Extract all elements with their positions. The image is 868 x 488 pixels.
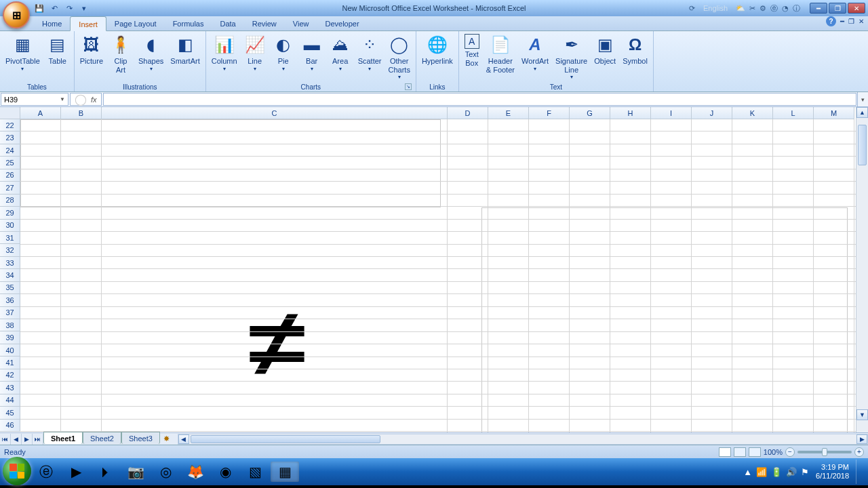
zoom-out-button[interactable]: − [785,447,795,457]
column-header[interactable]: J [692,107,732,119]
tab-review[interactable]: Review [244,16,285,30]
pivottable-button[interactable]: ▦PivotTable▾ [3,33,43,73]
header-footer-button[interactable]: 📄Header & Footer [484,33,517,75]
row-header[interactable]: 44 [0,394,20,407]
qat-customize-icon[interactable]: ▾ [79,3,90,14]
table-button[interactable]: ▤Table [44,33,71,67]
sheet-tab-2[interactable]: Sheet2 [83,432,121,444]
titlebar-icon[interactable]: ⛅ [736,4,745,13]
column-header[interactable]: C [102,107,448,119]
select-all-corner[interactable] [0,107,20,119]
column-headers[interactable]: ABCDEFGHIJKLM [20,107,856,119]
row-header[interactable]: 23 [0,131,20,144]
first-sheet-button[interactable]: ⏮ [0,434,11,445]
help-icon[interactable]: ? [826,16,836,26]
titlebar-icon[interactable]: ⓔ [770,3,778,14]
zoom-slider-thumb[interactable] [822,448,827,456]
taskbar-app-icon[interactable]: ▧ [241,462,269,482]
column-header[interactable]: E [488,107,529,119]
language-indicator[interactable]: English [703,4,728,12]
titlebar-icon[interactable]: ✂ [749,4,755,13]
row-header[interactable]: 36 [0,294,20,306]
taskbar-media-icon[interactable]: ▶ [62,462,90,482]
cancel-icon[interactable]: ◯ [75,93,87,106]
column-chart-button[interactable]: 📊Column▾ [209,33,240,73]
row-header[interactable]: 28 [0,195,20,207]
row-header[interactable]: 25 [0,157,20,169]
next-sheet-button[interactable]: ▶ [22,434,33,445]
undo-icon[interactable]: ↶ [49,3,60,14]
prev-sheet-button[interactable]: ◀ [11,434,22,445]
row-header[interactable]: 22 [0,119,20,131]
show-desktop-button[interactable] [856,460,864,484]
shapes-button[interactable]: ◖Shapes▾ [136,33,166,73]
titlebar-icon[interactable]: ⚙ [760,4,766,13]
last-sheet-button[interactable]: ⏭ [33,434,43,445]
expand-formula-bar-icon[interactable]: ▾ [857,92,868,106]
close-button[interactable]: ✕ [848,3,865,14]
row-header[interactable]: 40 [0,344,20,357]
row-header[interactable]: 31 [0,232,20,244]
row-header[interactable]: 39 [0,331,20,344]
picture-button[interactable]: 🖼Picture [77,33,106,67]
new-sheet-button[interactable]: ✸ [160,434,174,443]
row-header[interactable]: 24 [0,144,20,157]
zoom-in-button[interactable]: + [854,447,864,457]
clipart-button[interactable]: 🧍Clip Art [107,33,134,75]
scroll-down-icon[interactable]: ▼ [856,409,868,420]
page-break-view-button[interactable] [749,447,761,457]
row-header[interactable]: 42 [0,369,20,382]
tab-page-layout[interactable]: Page Layout [106,16,165,30]
column-header[interactable]: G [570,107,610,119]
column-header[interactable]: H [610,107,651,119]
row-header[interactable]: 29 [0,207,20,219]
column-header[interactable]: B [61,107,102,119]
namebox-dropdown-icon[interactable]: ▼ [60,96,65,102]
tab-home[interactable]: Home [34,16,70,30]
row-header[interactable]: 38 [0,319,20,331]
tab-view[interactable]: View [285,16,317,30]
row-header[interactable]: 27 [0,182,20,194]
row-header[interactable]: 45 [0,407,20,419]
column-header[interactable]: I [651,107,692,119]
redo-icon[interactable]: ↷ [64,3,75,14]
bar-chart-button[interactable]: ▬Bar▾ [298,33,326,73]
column-header[interactable]: M [814,107,854,119]
column-header[interactable]: K [732,107,773,119]
row-header[interactable]: 26 [0,169,20,182]
row-header[interactable]: 35 [0,282,20,294]
row-headers[interactable]: 2223242526272829303132333435363738394041… [0,119,20,432]
tab-insert[interactable]: Insert [70,16,106,31]
mdi-restore-icon[interactable]: ❐ [848,18,854,25]
sheet-tab-3[interactable]: Sheet3 [121,432,160,444]
sheet-tab-1[interactable]: Sheet1 [43,432,83,444]
start-button[interactable] [3,457,31,485]
symbol-button[interactable]: ΩSymbol [620,33,650,67]
column-header[interactable]: L [773,107,814,119]
area-chart-button[interactable]: ⛰Area▾ [327,33,354,73]
taskbar-excel-icon[interactable]: ▦ [271,462,299,482]
mdi-minimize-icon[interactable]: ━ [840,18,844,25]
taskbar-app-icon[interactable]: 📷 [121,462,150,482]
row-header[interactable]: 41 [0,357,20,369]
wordart-button[interactable]: AWordArt▾ [519,33,551,73]
name-box[interactable]: H39▼ [1,93,68,106]
zoom-slider[interactable] [797,451,852,453]
tray-action-center-icon[interactable]: ⚑ [801,467,809,477]
tray-show-hidden-icon[interactable]: ▲ [743,467,752,477]
taskbar-player-icon[interactable]: ⏵ [92,462,120,482]
taskbar-firefox-icon[interactable]: 🦊 [181,462,210,482]
scroll-left-icon[interactable]: ◀ [178,434,189,444]
vertical-scrollbar[interactable]: ▲ ▼ [856,107,868,432]
tab-formulas[interactable]: Formulas [165,16,212,30]
hscroll-thumb[interactable] [191,435,380,443]
fx-icon[interactable]: fx [91,96,97,104]
cells-area[interactable]: ≠ [20,119,856,432]
row-header[interactable]: 37 [0,307,20,319]
zoom-percent[interactable]: 100% [764,448,783,456]
scatter-chart-button[interactable]: ⁘Scatter▾ [355,33,384,73]
column-header[interactable]: F [529,107,570,119]
titlebar-icon[interactable]: ◔ [782,4,789,13]
scroll-thumb[interactable] [858,125,867,165]
tray-volume-icon[interactable]: 🔊 [786,467,797,477]
